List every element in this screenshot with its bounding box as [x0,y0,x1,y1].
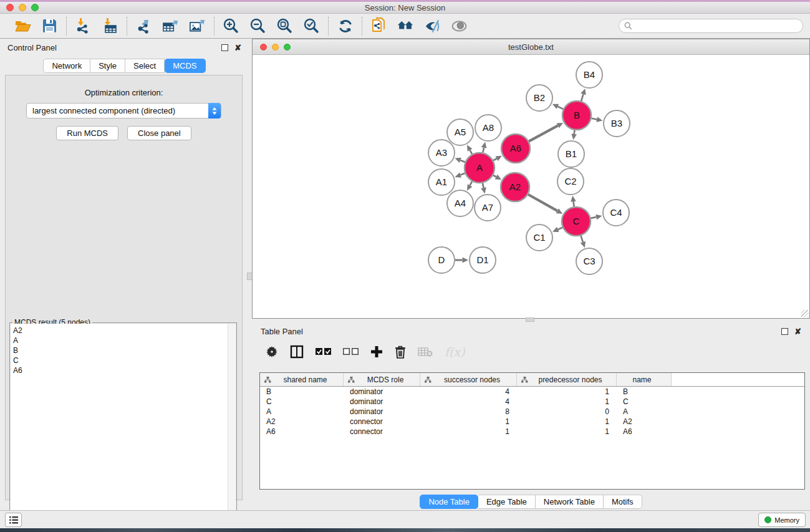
tab-motifs[interactable]: Motifs [604,495,642,509]
table-cell[interactable]: 0 [517,407,617,417]
export-table-icon[interactable] [162,17,179,34]
export-network-icon[interactable] [135,17,152,34]
select-all-icon[interactable] [316,344,331,359]
graph-edge-C-C2[interactable] [574,201,574,206]
zoom-out-icon[interactable] [249,17,266,34]
table-cell[interactable]: dominator [344,387,420,397]
table-row[interactable]: A2connector11A2 [260,417,804,427]
window-resize-grip[interactable] [801,310,809,317]
table-row[interactable]: Bdominator41B [260,387,804,397]
table-cell[interactable]: A6 [617,427,672,437]
close-table-panel-icon[interactable]: ✘ [794,328,801,335]
zoom-fit-icon[interactable] [276,17,293,34]
graph-edge-A-A5[interactable] [470,150,473,154]
graph-edge-A6-B[interactable] [529,125,558,141]
new-network-from-selection-icon[interactable] [370,17,387,34]
column-header-name[interactable]: name [617,373,672,386]
column-header-MCDS-role[interactable]: MCDS role [344,373,420,386]
graph-edge-A-A1[interactable] [460,173,465,175]
show-column-icon[interactable] [290,344,304,359]
graph-edge-A-A7[interactable] [483,183,484,188]
memory-button[interactable]: Memory [758,513,806,527]
table-cell[interactable]: connector [344,417,420,427]
zoom-window-button[interactable] [31,4,39,11]
table-cell[interactable]: B [617,387,672,397]
criterion-dropdown[interactable]: largest connected component (directed) [26,103,221,118]
result-item[interactable]: A2 [13,326,233,336]
graph-edge-C-C3[interactable] [581,236,582,242]
result-item[interactable]: C [13,355,233,365]
table-cell[interactable]: 1 [517,397,617,407]
graph-edge-B-B1[interactable] [574,130,575,134]
table-cell[interactable]: C [617,397,672,407]
table-cell[interactable]: dominator [344,397,420,407]
table-cell[interactable]: A [617,407,672,417]
graph-edge-A-A8[interactable] [483,148,484,153]
mcds-result-list[interactable]: A2ABCA6 [11,324,236,531]
tab-mcds[interactable]: MCDS [165,59,205,73]
import-table-icon[interactable] [102,17,118,34]
graph-edge-A-A4[interactable] [470,181,473,185]
table-row[interactable]: Cdominator41C [260,397,804,407]
table-cell[interactable]: A2 [617,417,672,427]
table-cell[interactable]: A2 [260,417,344,427]
network-window-titlebar[interactable]: testGlobe.txt [253,39,809,55]
network-minimize-button[interactable] [272,44,279,51]
graph-edge-B-B3[interactable] [592,118,597,120]
close-panel-button[interactable]: Close panel [127,126,191,140]
console-button[interactable] [5,513,22,527]
table-settings-gear-icon[interactable] [266,344,278,359]
graph-edge-A2-C[interactable] [528,195,557,211]
column-header-predecessor-nodes[interactable]: predecessor nodes [517,373,617,386]
run-mcds-button[interactable]: Run MCDS [56,126,118,140]
home-view-icon[interactable] [397,17,414,34]
graph-edge-C-C1[interactable] [558,228,562,230]
tab-network-table[interactable]: Network Table [536,495,604,509]
table-cell[interactable]: 4 [420,397,517,407]
export-image-icon[interactable] [189,17,206,34]
node-table[interactable]: shared nameMCDS rolesuccessor nodesprede… [259,372,805,490]
table-cell[interactable]: connector [344,427,420,437]
table-cell[interactable]: 1 [517,417,617,427]
table-cell[interactable]: 8 [420,407,517,417]
delete-row-icon[interactable] [395,344,406,359]
result-list-scrollbar[interactable] [228,324,236,531]
table-cell[interactable]: 1 [420,417,517,427]
graph-edge-A-A3[interactable] [460,160,465,162]
tab-network[interactable]: Network [43,59,90,73]
minimize-window-button[interactable] [19,4,26,11]
show-graphics-details-icon[interactable] [451,17,468,34]
search-field[interactable] [619,19,803,33]
table-cell[interactable]: 1 [517,387,617,397]
table-row[interactable]: A6connector11A6 [260,427,804,437]
table-row[interactable]: Adominator80A [260,407,804,417]
table-cell[interactable]: 1 [517,427,617,437]
style-eye-icon[interactable] [424,17,441,34]
add-row-icon[interactable] [370,344,383,359]
table-cell[interactable]: 1 [420,427,517,437]
network-close-button[interactable] [260,44,267,51]
horizontal-divider-grip[interactable] [526,317,534,322]
refresh-layout-icon[interactable] [337,17,354,34]
graph-edge-A-A2[interactable] [493,175,496,177]
result-item[interactable]: A6 [13,365,233,375]
zoom-in-icon[interactable] [223,17,239,34]
network-zoom-button[interactable] [284,44,291,51]
tab-style[interactable]: Style [90,59,125,73]
float-table-panel-icon[interactable] [781,328,788,335]
tab-select[interactable]: Select [125,59,165,73]
save-session-icon[interactable] [41,17,58,34]
table-cell[interactable]: C [260,397,344,407]
tab-node-table[interactable]: Node Table [420,495,478,509]
result-item[interactable]: B [13,346,233,355]
table-cell[interactable]: B [260,387,344,397]
network-canvas[interactable]: AA6A2BCA5A8A3A1A4A7B4B2B3B1C2C4C1C3DD1 [253,55,809,318]
graph-edge-C-C4[interactable] [591,217,596,218]
table-cell[interactable]: 4 [420,387,517,397]
table-cell[interactable]: dominator [344,407,420,417]
open-session-icon[interactable] [14,17,31,34]
close-panel-icon[interactable]: ✘ [234,44,241,51]
function-builder-icon[interactable]: f(x) [445,344,465,359]
delete-table-icon[interactable] [418,344,433,359]
graph-edge-B-B2[interactable] [557,107,563,109]
